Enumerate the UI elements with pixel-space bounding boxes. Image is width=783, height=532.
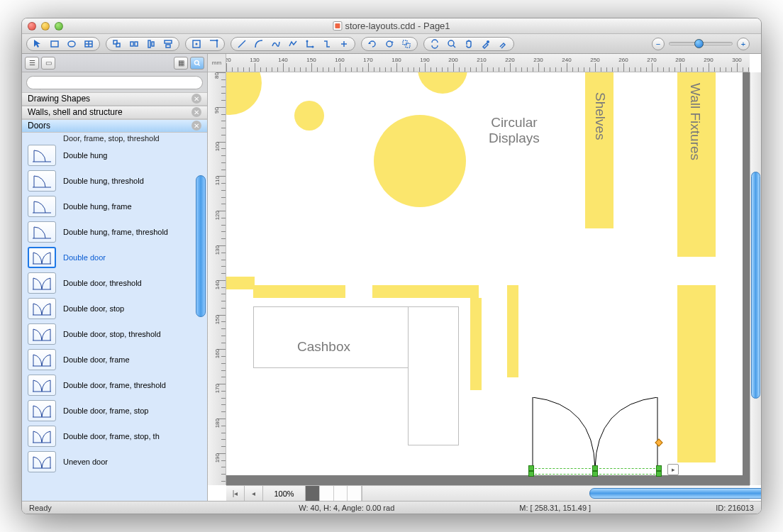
cashbox-shape-2[interactable] (408, 306, 459, 445)
svg-point-18 (312, 45, 314, 48)
shape-label: Double door, frame (63, 355, 130, 364)
shape-row[interactable]: Double hung (22, 143, 207, 168)
zoom-tool[interactable] (444, 38, 460, 50)
svg-rect-12 (166, 45, 170, 48)
snap-tool-2[interactable] (206, 38, 221, 50)
drawing: Circular Displays Shelves Wall Fixtures (226, 72, 750, 485)
hand-tool[interactable] (461, 38, 477, 50)
door-shape-icon (28, 145, 56, 166)
canvas-viewport[interactable]: Circular Displays Shelves Wall Fixtures (226, 72, 750, 485)
shape-row[interactable]: Double door, frame, threshold (22, 372, 207, 398)
shape-row[interactable]: Double hung, frame (22, 194, 207, 219)
pointer-tool[interactable] (30, 38, 45, 50)
shape-row[interactable]: Double door, stop, threshold (22, 321, 207, 347)
shape-label: Double hung (63, 151, 107, 160)
table-tool[interactable] (81, 38, 96, 50)
close-icon[interactable]: ✕ (191, 121, 201, 131)
svg-point-17 (306, 40, 309, 42)
yellow-bar[interactable] (470, 298, 482, 390)
zoom-slider-track[interactable] (669, 42, 733, 45)
arc-tool[interactable] (251, 38, 267, 50)
category-drawing-shapes[interactable]: Drawing Shapes ✕ (22, 92, 207, 106)
category-doors[interactable]: Doors ✕ (22, 119, 207, 133)
connector-tool-1[interactable] (302, 38, 318, 50)
yellow-bar[interactable] (507, 285, 518, 377)
shape-row[interactable]: Double door, frame, stop (22, 398, 207, 423)
grid-view-button[interactable]: ▦ (174, 57, 188, 70)
circular-display-shape[interactable] (294, 101, 324, 131)
canvas-vertical-scrollbar[interactable] (750, 72, 761, 485)
vertical-ruler[interactable]: 8090100110120130140150160170180190200 (208, 72, 226, 485)
wall-fixtures-shape-2[interactable] (677, 285, 716, 462)
zoom-in-button[interactable]: + (737, 38, 750, 50)
zoom-out-button[interactable]: − (652, 38, 665, 50)
yellow-bar[interactable] (372, 285, 479, 298)
page-tab-1[interactable] (306, 486, 320, 501)
shape-row[interactable]: Double hung, threshold (22, 168, 207, 194)
door-shape-icon (28, 451, 56, 472)
circular-display-shape[interactable] (418, 72, 467, 94)
align-tool-2[interactable] (126, 38, 142, 50)
category-walls[interactable]: Walls, shell and structure ✕ (22, 106, 207, 119)
shape-row[interactable]: Uneven door (22, 449, 207, 475)
wall-right (743, 72, 750, 485)
yellow-bar[interactable] (226, 277, 255, 289)
shape-row[interactable]: Double door, threshold (22, 270, 207, 296)
curve-tool[interactable] (268, 38, 284, 50)
align-tool-3[interactable] (143, 38, 159, 50)
page-tab-blank[interactable] (348, 486, 362, 501)
shape-row-truncated[interactable]: Door, frame, stop, threshold (22, 133, 207, 143)
eyedrop-tool[interactable] (478, 38, 494, 50)
window-close-button[interactable] (28, 22, 36, 31)
group-tool[interactable] (399, 38, 414, 50)
horizontal-ruler[interactable]: 1201301401501601701801902002102202302402… (226, 54, 750, 72)
zoom-level-display[interactable]: 100% (263, 486, 306, 501)
shape-row[interactable]: Double door, frame, stop, th (22, 423, 207, 449)
double-door-instance[interactable] (531, 397, 659, 475)
yellow-bar[interactable] (253, 285, 345, 298)
shape-list[interactable]: Door, frame, stop, threshold Double hung… (22, 133, 207, 501)
svg-point-14 (196, 43, 198, 45)
connector-tool-2[interactable] (319, 38, 335, 50)
close-icon[interactable]: ✕ (191, 94, 201, 104)
shape-label: Uneven door (63, 458, 108, 466)
shape-row[interactable]: Double door (22, 245, 207, 270)
align-tool-4[interactable] (160, 38, 176, 50)
page-tab-blank[interactable] (334, 486, 348, 501)
tree-view-button[interactable]: ☰ (25, 57, 39, 70)
refresh-tool[interactable] (382, 38, 397, 50)
shape-label: Double door, frame, stop, th (63, 432, 160, 440)
brush-tool[interactable] (495, 38, 511, 50)
shape-row[interactable]: Double hung, frame, threshold (22, 219, 207, 245)
rect-tool[interactable] (47, 38, 62, 50)
smart-tag-button[interactable]: ▸ (667, 464, 679, 475)
page-prev-button[interactable]: ◂ (245, 486, 263, 501)
snap-tool-1[interactable] (189, 38, 204, 50)
shape-row[interactable]: Double door, frame (22, 347, 207, 372)
shape-search-input[interactable] (26, 76, 203, 89)
window-minimize-button[interactable] (41, 22, 50, 31)
close-icon[interactable]: ✕ (191, 107, 201, 117)
canvas-area: mm 1201301401501601701801902002102202302… (208, 54, 761, 501)
page-tab-blank[interactable] (320, 486, 334, 501)
shape-label: Double door, stop, threshold (63, 330, 161, 338)
align-tool-1[interactable] (109, 38, 125, 50)
circular-display-shape[interactable] (374, 115, 466, 207)
svg-point-19 (387, 41, 392, 47)
window-zoom-button[interactable] (55, 22, 63, 31)
rotate-tool[interactable] (365, 38, 380, 50)
svg-point-15 (216, 39, 218, 41)
polyline-tool[interactable] (285, 38, 301, 50)
connector-tool-3[interactable] (336, 38, 352, 50)
shape-row[interactable]: Double door, stop (22, 296, 207, 321)
line-tool[interactable] (234, 38, 250, 50)
sync-tool[interactable] (427, 38, 443, 50)
canvas-horizontal-scrollbar[interactable] (362, 486, 750, 501)
list-view-button[interactable]: ▭ (41, 57, 55, 70)
circular-display-shape[interactable] (226, 72, 262, 115)
sidebar-scrollbar-thumb[interactable] (196, 175, 206, 317)
status-mouse: M: [ 258.31, 151.49 ] (519, 504, 591, 512)
search-view-button[interactable] (190, 57, 204, 70)
ellipse-tool[interactable] (64, 38, 79, 50)
page-first-button[interactable]: |◂ (226, 486, 245, 501)
